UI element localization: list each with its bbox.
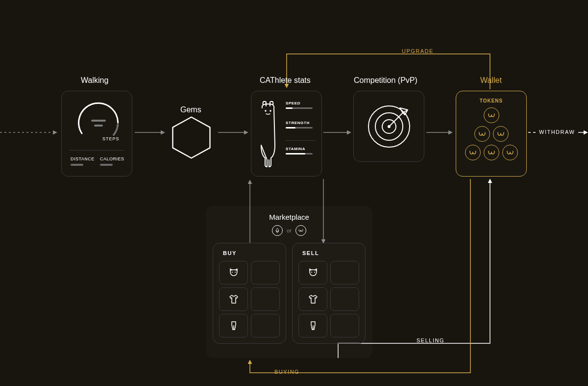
eth-icon	[272, 225, 283, 236]
item-cat-icon	[298, 261, 327, 284]
withdraw-label: WITHDRAW	[539, 129, 575, 135]
token-coin-icon	[465, 145, 481, 160]
sell-label: SELL	[302, 250, 359, 256]
marketplace-title: Marketplace	[213, 213, 366, 221]
svg-point-18	[311, 272, 312, 273]
token-coin-icon	[474, 126, 490, 142]
buy-column: BUY	[213, 243, 286, 344]
token-coin-icon	[484, 145, 499, 160]
empty-slot	[251, 287, 280, 311]
walking-card: STEPS DISTANCE CALORIES	[61, 91, 132, 177]
item-pants-icon	[298, 314, 327, 337]
gems-icon	[168, 114, 215, 161]
stat-strength-label: STRENGTH	[286, 121, 316, 125]
empty-slot	[251, 314, 280, 337]
empty-slot	[330, 314, 359, 337]
walken-token-icon	[295, 225, 306, 236]
competition-title: Competition (PvP)	[354, 76, 417, 85]
svg-point-10	[270, 110, 271, 112]
cathlete-card: SPEED STRENGTH STAMINA	[251, 91, 322, 177]
empty-slot	[330, 287, 359, 311]
item-cat-icon	[219, 261, 248, 284]
walking-title: Walking	[81, 76, 108, 85]
stat-speed-label: SPEED	[286, 101, 316, 105]
steps-label: STEPS	[102, 136, 120, 141]
selling-flow-label: SELLING	[416, 337, 444, 343]
item-shirt-icon	[219, 287, 248, 311]
svg-point-16	[232, 272, 233, 273]
gems-title: Gems	[180, 105, 201, 114]
walking-gauge-icon	[70, 98, 123, 142]
calories-label: CALORIES	[100, 156, 124, 161]
cathlete-title: CAThlete stats	[260, 76, 311, 85]
target-icon	[354, 91, 425, 162]
item-pants-icon	[219, 314, 248, 337]
wallet-title: Wallet	[480, 76, 502, 85]
svg-point-17	[235, 272, 236, 273]
empty-slot	[330, 261, 359, 284]
buy-label: BUY	[223, 250, 280, 256]
token-coin-icon	[484, 107, 499, 123]
token-coin-icon	[493, 126, 509, 142]
empty-slot	[251, 261, 280, 284]
upgrade-flow-label: UPGRADE	[402, 48, 434, 54]
svg-point-19	[314, 272, 315, 273]
cathlete-character-icon	[256, 97, 281, 168]
svg-point-9	[265, 110, 267, 112]
stat-stamina-label: STAMINA	[286, 147, 316, 151]
item-shirt-icon	[298, 287, 327, 311]
wallet-card: TOKENS	[456, 91, 527, 177]
distance-label: DISTANCE	[71, 156, 95, 161]
competition-card	[353, 91, 424, 162]
buying-flow-label: BUYING	[274, 369, 299, 375]
token-coin-icon	[502, 145, 518, 160]
marketplace-panel: Marketplace or BUY SELL	[206, 206, 372, 358]
tokens-label: TOKENS	[456, 98, 526, 103]
or-label: or	[287, 228, 292, 233]
sell-column: SELL	[292, 243, 366, 344]
